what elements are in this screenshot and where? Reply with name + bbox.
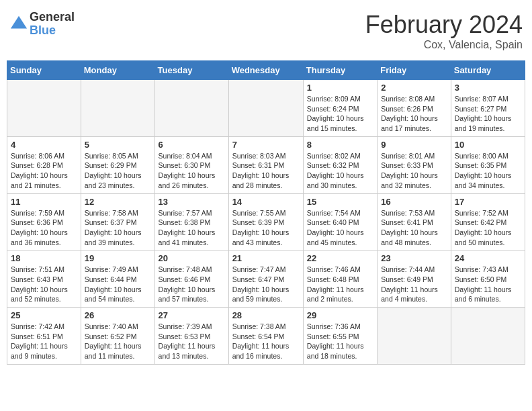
day-number: 1 <box>307 83 373 93</box>
calendar-cell: 29Sunrise: 7:36 AM Sunset: 6:55 PM Dayli… <box>303 308 377 365</box>
day-number: 15 <box>307 197 373 207</box>
header-row: SundayMondayTuesdayWednesdayThursdayFrid… <box>7 61 525 80</box>
day-number: 9 <box>381 140 447 150</box>
week-row-3: 11Sunrise: 7:59 AM Sunset: 6:36 PM Dayli… <box>7 193 525 250</box>
calendar-cell <box>228 80 303 137</box>
day-info: Sunrise: 7:46 AM Sunset: 6:48 PM Dayligh… <box>307 265 373 304</box>
day-info: Sunrise: 7:43 AM Sunset: 6:50 PM Dayligh… <box>455 265 521 304</box>
calendar-cell <box>451 308 525 365</box>
day-info: Sunrise: 8:07 AM Sunset: 6:27 PM Dayligh… <box>455 94 521 134</box>
day-number: 21 <box>232 253 300 263</box>
day-info: Sunrise: 8:02 AM Sunset: 6:32 PM Dayligh… <box>307 151 373 191</box>
calendar-cell: 21Sunrise: 7:47 AM Sunset: 6:47 PM Dayli… <box>228 250 303 308</box>
calendar-cell: 11Sunrise: 7:59 AM Sunset: 6:36 PM Dayli… <box>7 193 81 250</box>
calendar-cell: 24Sunrise: 7:43 AM Sunset: 6:50 PM Dayli… <box>451 250 525 308</box>
day-number: 17 <box>455 197 521 207</box>
calendar-cell: 18Sunrise: 7:51 AM Sunset: 6:43 PM Dayli… <box>7 250 81 308</box>
calendar-cell: 19Sunrise: 7:49 AM Sunset: 6:44 PM Dayli… <box>81 250 154 308</box>
day-info: Sunrise: 8:06 AM Sunset: 6:28 PM Dayligh… <box>11 151 77 191</box>
calendar-cell: 27Sunrise: 7:39 AM Sunset: 6:53 PM Dayli… <box>154 308 228 365</box>
day-number: 7 <box>232 140 300 150</box>
week-row-1: 1Sunrise: 8:09 AM Sunset: 6:24 PM Daylig… <box>7 80 525 137</box>
day-number: 11 <box>11 197 77 207</box>
week-row-2: 4Sunrise: 8:06 AM Sunset: 6:28 PM Daylig… <box>7 136 525 193</box>
day-number: 23 <box>381 253 447 263</box>
day-info: Sunrise: 8:05 AM Sunset: 6:29 PM Dayligh… <box>85 151 151 191</box>
day-number: 14 <box>232 197 300 207</box>
week-row-5: 25Sunrise: 7:42 AM Sunset: 6:51 PM Dayli… <box>7 308 525 365</box>
day-info: Sunrise: 7:53 AM Sunset: 6:41 PM Dayligh… <box>381 208 447 248</box>
day-info: Sunrise: 8:09 AM Sunset: 6:24 PM Dayligh… <box>307 94 373 134</box>
title-block: February 2024 Cox, Valencia, Spain <box>365 11 523 51</box>
logo: General Blue <box>9 11 75 38</box>
day-info: Sunrise: 7:38 AM Sunset: 6:54 PM Dayligh… <box>232 322 300 361</box>
calendar-cell: 15Sunrise: 7:54 AM Sunset: 6:40 PM Dayli… <box>303 193 377 250</box>
day-number: 18 <box>11 253 77 263</box>
header-saturday: Saturday <box>451 61 525 80</box>
header-monday: Monday <box>81 61 154 80</box>
calendar-cell <box>378 308 451 365</box>
logo-text: General Blue <box>30 11 75 38</box>
logo-blue: Blue <box>30 24 75 38</box>
header-thursday: Thursday <box>303 61 377 80</box>
day-info: Sunrise: 7:36 AM Sunset: 6:55 PM Dayligh… <box>307 322 373 361</box>
calendar-cell: 20Sunrise: 7:48 AM Sunset: 6:46 PM Dayli… <box>154 250 228 308</box>
day-number: 28 <box>232 310 300 320</box>
calendar-cell: 10Sunrise: 8:00 AM Sunset: 6:35 PM Dayli… <box>451 136 525 193</box>
calendar-cell <box>81 80 154 137</box>
day-number: 5 <box>85 140 151 150</box>
day-number: 26 <box>85 310 151 320</box>
calendar-cell: 8Sunrise: 8:02 AM Sunset: 6:32 PM Daylig… <box>303 136 377 193</box>
calendar-cell: 6Sunrise: 8:04 AM Sunset: 6:30 PM Daylig… <box>154 136 228 193</box>
day-info: Sunrise: 8:01 AM Sunset: 6:33 PM Dayligh… <box>381 151 447 191</box>
calendar-cell: 2Sunrise: 8:08 AM Sunset: 6:26 PM Daylig… <box>378 80 451 137</box>
day-number: 13 <box>159 197 225 207</box>
day-info: Sunrise: 8:03 AM Sunset: 6:31 PM Dayligh… <box>232 151 300 191</box>
day-number: 22 <box>307 253 373 263</box>
day-number: 27 <box>159 310 225 320</box>
logo-icon <box>9 15 28 34</box>
day-info: Sunrise: 7:40 AM Sunset: 6:52 PM Dayligh… <box>85 322 151 361</box>
day-number: 12 <box>85 197 151 207</box>
calendar-cell: 28Sunrise: 7:38 AM Sunset: 6:54 PM Dayli… <box>228 308 303 365</box>
day-info: Sunrise: 7:39 AM Sunset: 6:53 PM Dayligh… <box>159 322 225 361</box>
day-number: 25 <box>11 310 77 320</box>
calendar-cell: 9Sunrise: 8:01 AM Sunset: 6:33 PM Daylig… <box>378 136 451 193</box>
week-row-4: 18Sunrise: 7:51 AM Sunset: 6:43 PM Dayli… <box>7 250 525 308</box>
calendar-cell: 26Sunrise: 7:40 AM Sunset: 6:52 PM Dayli… <box>81 308 154 365</box>
calendar-cell: 25Sunrise: 7:42 AM Sunset: 6:51 PM Dayli… <box>7 308 81 365</box>
calendar-cell: 14Sunrise: 7:55 AM Sunset: 6:39 PM Dayli… <box>228 193 303 250</box>
header-friday: Friday <box>378 61 451 80</box>
day-info: Sunrise: 7:49 AM Sunset: 6:44 PM Dayligh… <box>85 265 151 304</box>
day-info: Sunrise: 8:04 AM Sunset: 6:30 PM Dayligh… <box>159 151 225 191</box>
day-info: Sunrise: 7:48 AM Sunset: 6:46 PM Dayligh… <box>159 265 225 304</box>
day-number: 4 <box>11 140 77 150</box>
calendar-cell: 17Sunrise: 7:52 AM Sunset: 6:42 PM Dayli… <box>451 193 525 250</box>
page-header: General Blue February 2024 Cox, Valencia… <box>7 7 525 55</box>
day-number: 6 <box>159 140 225 150</box>
header-sunday: Sunday <box>7 61 81 80</box>
day-number: 3 <box>455 83 521 93</box>
day-info: Sunrise: 7:42 AM Sunset: 6:51 PM Dayligh… <box>11 322 77 361</box>
month-title: February 2024 <box>365 11 523 39</box>
day-number: 8 <box>307 140 373 150</box>
day-info: Sunrise: 7:55 AM Sunset: 6:39 PM Dayligh… <box>232 208 300 248</box>
calendar-cell: 22Sunrise: 7:46 AM Sunset: 6:48 PM Dayli… <box>303 250 377 308</box>
day-info: Sunrise: 7:52 AM Sunset: 6:42 PM Dayligh… <box>455 208 521 248</box>
logo-general: General <box>30 11 75 24</box>
day-number: 20 <box>159 253 225 263</box>
calendar-cell: 1Sunrise: 8:09 AM Sunset: 6:24 PM Daylig… <box>303 80 377 137</box>
calendar-table: SundayMondayTuesdayWednesdayThursdayFrid… <box>7 60 525 365</box>
day-number: 2 <box>381 83 447 93</box>
day-number: 19 <box>85 253 151 263</box>
header-wednesday: Wednesday <box>228 61 303 80</box>
day-number: 24 <box>455 253 521 263</box>
calendar-cell: 4Sunrise: 8:06 AM Sunset: 6:28 PM Daylig… <box>7 136 81 193</box>
day-info: Sunrise: 7:44 AM Sunset: 6:49 PM Dayligh… <box>381 265 447 304</box>
calendar-cell <box>7 80 81 137</box>
header-tuesday: Tuesday <box>154 61 228 80</box>
day-info: Sunrise: 8:08 AM Sunset: 6:26 PM Dayligh… <box>381 94 447 134</box>
day-number: 29 <box>307 310 373 320</box>
calendar-cell: 3Sunrise: 8:07 AM Sunset: 6:27 PM Daylig… <box>451 80 525 137</box>
day-info: Sunrise: 7:58 AM Sunset: 6:37 PM Dayligh… <box>85 208 151 248</box>
